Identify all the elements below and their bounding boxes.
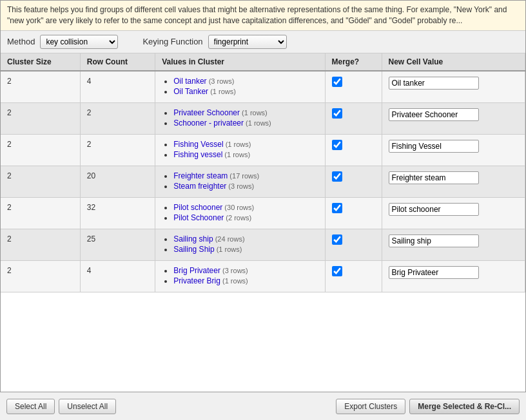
row-count-label: (1 rows)	[224, 140, 251, 148]
cluster-value-link[interactable]: Steam freighter	[173, 182, 226, 191]
cell-new-value	[382, 260, 525, 292]
cell-merge	[325, 229, 382, 260]
keying-select[interactable]: fingerprint ngram-fingerprint metaphone …	[208, 35, 287, 49]
cell-merge	[325, 134, 382, 166]
merge-checkbox[interactable]	[332, 140, 342, 150]
col-row-count: Row Count	[80, 53, 155, 71]
merge-checkbox[interactable]	[332, 234, 342, 245]
list-item: Fishing vessel (1 rows)	[173, 150, 318, 159]
list-item: Pilot schooner (30 rows)	[173, 203, 318, 212]
cell-values: Pilot schooner (30 rows)Pilot Schooner (…	[155, 197, 325, 229]
new-cell-input[interactable]	[389, 140, 479, 153]
table-row: 232Pilot schooner (30 rows)Pilot Schoone…	[1, 197, 525, 229]
row-count-label: (24 rows)	[213, 235, 245, 243]
new-cell-input[interactable]	[389, 171, 479, 184]
row-count-label: (3 rows)	[220, 267, 248, 274]
row-count-label: (17 rows)	[228, 172, 259, 180]
merge-checkbox[interactable]	[332, 108, 342, 119]
merge-checkbox[interactable]	[332, 77, 342, 87]
row-count-label: (1 rows)	[208, 88, 236, 95]
cluster-value-link[interactable]: Oil Tanker	[173, 87, 208, 96]
cell-merge	[325, 102, 382, 134]
list-item: Privateer Brig (1 rows)	[173, 276, 318, 285]
cell-row-count: 2	[80, 134, 155, 166]
cell-row-count: 32	[80, 197, 155, 229]
keying-label: Keying Function	[142, 37, 202, 46]
new-cell-input[interactable]	[389, 203, 479, 216]
toolbar: Method key collision nearest neighbor Ke…	[1, 31, 525, 53]
row-count-label: (1 rows)	[240, 109, 268, 117]
cell-values: Freighter steam (17 rows)Steam freighter…	[155, 166, 325, 197]
cluster-value-link[interactable]: Brig Privateer	[173, 266, 220, 275]
cluster-value-link[interactable]: Pilot Schooner	[173, 213, 224, 222]
list-item: Fishing Vessel (1 rows)	[173, 140, 318, 149]
col-new-value: New Cell Value	[382, 53, 525, 71]
new-cell-input[interactable]	[389, 108, 479, 121]
table-row: 24Oil tanker (3 rows)Oil Tanker (1 rows)	[1, 71, 525, 103]
cell-merge	[325, 166, 382, 197]
cell-new-value	[382, 71, 525, 103]
cell-cluster-size: 2	[1, 260, 80, 292]
cell-values: Oil tanker (3 rows)Oil Tanker (1 rows)	[155, 71, 325, 103]
list-item: Sailing ship (24 rows)	[173, 234, 318, 243]
merge-checkbox[interactable]	[332, 266, 342, 276]
cluster-value-link[interactable]: Fishing vessel	[173, 150, 222, 159]
select-all-button[interactable]: Select All	[6, 399, 55, 414]
cell-row-count: 4	[80, 71, 155, 103]
cell-row-count: 20	[80, 166, 155, 197]
cluster-value-link[interactable]: Pilot schooner	[173, 203, 222, 212]
cluster-value-link[interactable]: Sailing ship	[173, 234, 213, 243]
cluster-value-link[interactable]: Privateer Schooner	[173, 108, 240, 117]
cell-cluster-size: 2	[1, 197, 80, 229]
cluster-value-link[interactable]: Freighter steam	[173, 171, 228, 180]
cell-new-value	[382, 102, 525, 134]
cell-row-count: 4	[80, 260, 155, 292]
list-item: Brig Privateer (3 rows)	[173, 266, 318, 275]
info-bar: This feature helps you find groups of di…	[1, 1, 525, 31]
cell-values: Privateer Schooner (1 rows)Schooner - pr…	[155, 102, 325, 134]
cluster-value-link[interactable]: Sailing Ship	[173, 245, 214, 254]
new-cell-input[interactable]	[389, 266, 479, 279]
row-count-label: (2 rows)	[224, 214, 251, 222]
cell-merge	[325, 197, 382, 229]
row-count-label: (1 rows)	[244, 119, 271, 127]
clusters-table: Cluster Size Row Count Values in Cluster…	[1, 53, 525, 292]
cluster-value-link[interactable]: Schooner - privateer	[173, 119, 244, 128]
merge-selected-button[interactable]: Merge Selected & Re-Cl...	[409, 399, 520, 414]
cell-new-value	[382, 229, 525, 260]
cluster-value-link[interactable]: Oil tanker	[173, 77, 206, 86]
cell-cluster-size: 2	[1, 166, 80, 197]
list-item: Oil tanker (3 rows)	[173, 77, 318, 86]
list-item: Freighter steam (17 rows)	[173, 171, 318, 180]
cell-values: Brig Privateer (3 rows)Privateer Brig (1…	[155, 260, 325, 292]
cluster-value-link[interactable]: Privateer Brig	[173, 276, 220, 285]
new-cell-input[interactable]	[389, 234, 479, 247]
unselect-all-button[interactable]: Unselect All	[59, 399, 116, 414]
list-item: Oil Tanker (1 rows)	[173, 87, 318, 96]
cluster-value-link[interactable]: Fishing Vessel	[173, 140, 223, 149]
row-count-label: (1 rows)	[222, 151, 250, 158]
cell-row-count: 2	[80, 102, 155, 134]
new-cell-input[interactable]	[389, 77, 479, 90]
list-item: Privateer Schooner (1 rows)	[173, 108, 318, 117]
cell-cluster-size: 2	[1, 102, 80, 134]
merge-checkbox[interactable]	[332, 203, 342, 213]
list-item: Sailing Ship (1 rows)	[173, 245, 318, 254]
col-values: Values in Cluster	[155, 53, 325, 71]
table-row: 22Fishing Vessel (1 rows)Fishing vessel …	[1, 134, 525, 166]
cell-values: Sailing ship (24 rows)Sailing Ship (1 ro…	[155, 229, 325, 260]
row-count-label: (1 rows)	[215, 245, 242, 253]
cell-values: Fishing Vessel (1 rows)Fishing vessel (1…	[155, 134, 325, 166]
method-label: Method	[7, 37, 35, 46]
cell-new-value	[382, 197, 525, 229]
merge-checkbox[interactable]	[332, 171, 342, 182]
info-text: This feature helps you find groups of di…	[7, 5, 507, 25]
list-item: Steam freighter (3 rows)	[173, 182, 318, 191]
table-row: 22Privateer Schooner (1 rows)Schooner - …	[1, 102, 525, 134]
cell-cluster-size: 2	[1, 134, 80, 166]
row-count-label: (30 rows)	[222, 204, 254, 211]
cell-merge	[325, 260, 382, 292]
cell-new-value	[382, 166, 525, 197]
export-clusters-button[interactable]: Export Clusters	[336, 399, 405, 414]
method-select[interactable]: key collision nearest neighbor	[40, 35, 118, 49]
